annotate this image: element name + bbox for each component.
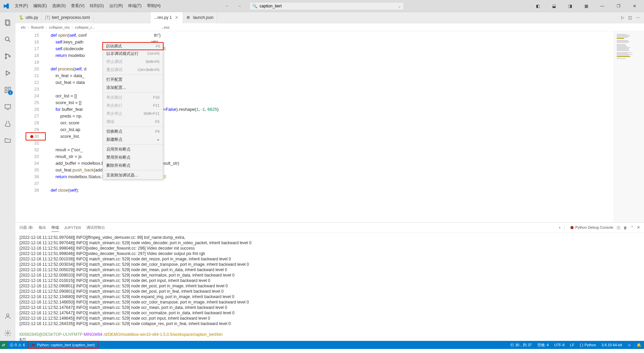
menu-item: 单步执行F11 [103, 101, 163, 109]
trash-icon[interactable]: 🗑 [623, 226, 627, 230]
panel-tab-jupyter[interactable]: JUPYTER [64, 224, 81, 231]
activity-testing-icon[interactable] [0, 116, 15, 131]
window-restore-icon[interactable]: ❐ [612, 0, 625, 12]
breadcrumb-item[interactable]: flowunit [31, 25, 43, 29]
layout-toggle-right-icon[interactable]: ◨ [563, 0, 577, 12]
menu-file[interactable]: 文件(F) [12, 0, 31, 12]
activity-account-icon[interactable] [0, 309, 15, 324]
activity-explorer-icon[interactable] [0, 15, 15, 30]
split-editor-icon[interactable]: ◫ [628, 15, 632, 20]
tabs-actions: ▷ ◫ ⋯ [621, 15, 644, 20]
menu-view[interactable]: 查看(V) [68, 0, 87, 12]
status-cursor[interactable]: 行 30，列 37 [508, 341, 535, 349]
command-center[interactable]: 🔍 ⌄ [249, 2, 404, 10]
close-panel-icon[interactable]: ✕ [637, 225, 640, 230]
activity-settings-icon[interactable] [0, 325, 15, 341]
search-icon: 🔍 [252, 4, 257, 8]
debug-console-selector[interactable]: 🐞 Python Debug Console [570, 225, 613, 230]
layout-toggle-bottom-icon[interactable]: ⬓ [547, 0, 561, 12]
chevron-down-icon[interactable]: ⌄ [398, 4, 401, 8]
menu-item[interactable]: 删除所有断点 [103, 161, 163, 169]
activity-search-icon[interactable] [0, 32, 15, 47]
layout-customize-icon[interactable]: ▦ [579, 0, 593, 12]
minimap[interactable] [614, 31, 644, 222]
code-editor[interactable]: 1516171819202122232425262728293031323334… [15, 31, 644, 222]
activity-scm-icon[interactable] [0, 49, 15, 64]
menu-item[interactable]: 添加配置... [103, 84, 163, 92]
menu-item[interactable]: 启动调试F5 [102, 42, 164, 50]
status-interpreter[interactable]: 3.8.10 64-bit [599, 341, 625, 349]
status-eol[interactable]: LF [567, 341, 577, 349]
status-encoding[interactable]: UTF-8 [551, 341, 567, 349]
status-language[interactable]: { }Python [577, 341, 599, 349]
breadcrumb-item[interactable]: etc [21, 25, 26, 29]
status-spaces[interactable]: 空格: 4 [535, 341, 551, 349]
search-input[interactable] [259, 4, 396, 8]
menu-item[interactable]: 禁用所有断点 [103, 153, 163, 161]
status-problems[interactable]: ⓧ0⚠6 [7, 341, 28, 349]
main: 1 🐍utils.py [T]bert_preprocess.toml ...r… [0, 12, 644, 341]
nav-back-icon[interactable]: ← [224, 3, 230, 9]
terminal-body[interactable]: [2022-12-16 11:12:51.997048][ INFO][ffmp… [15, 233, 644, 341]
python-icon: 🐍 [19, 15, 24, 20]
breadcrumb-item[interactable]: collapse_res [49, 25, 70, 29]
menu-go[interactable]: 转到(G) [87, 0, 106, 12]
editor-tabs: 🐍utils.py [T]bert_preprocess.toml ...res… [15, 12, 644, 23]
menu-item[interactable]: 新建断点▸ [103, 135, 163, 143]
activity-remote-icon[interactable] [0, 99, 15, 115]
maximize-panel-icon[interactable]: ⌃ [631, 225, 634, 230]
svg-point-2 [5, 37, 9, 41]
tab-utils[interactable]: 🐍utils.py [15, 12, 42, 23]
menu-item[interactable]: 安装附加调试器... [103, 171, 163, 179]
activity-debug-icon[interactable] [0, 65, 15, 81]
gutter[interactable]: 1516171819202122232425262728293031323334… [15, 31, 46, 222]
layout-toggle-left-icon[interactable]: ◧ [531, 0, 544, 12]
svg-line-3 [9, 40, 10, 42]
error-icon: ⓧ [10, 343, 13, 348]
panel-tab-problems[interactable]: 问题6 [20, 224, 33, 231]
tab-label: ...res.py 1 [154, 15, 172, 20]
menu-item: 继续F5 [103, 118, 163, 126]
status-debug-config[interactable]: 🐞Python: caption_bert (caption_bert) [28, 341, 98, 349]
status-right: 行 30，列 37 空格: 4 UTF-8 LF { }Python 3.8.1… [508, 341, 644, 349]
menu-help[interactable]: 帮助(H) [144, 0, 164, 12]
tab-launch-json[interactable]: ⚙launch.json [183, 12, 217, 23]
nav-forward-icon[interactable]: → [236, 3, 243, 9]
menu-item[interactable]: 以非调试模式运行Ctrl+F5 [103, 50, 163, 58]
menu-terminal[interactable]: 终端(T) [126, 0, 144, 12]
menu-item[interactable]: 启用所有断点 [103, 145, 163, 153]
more-icon[interactable]: ⋯ [636, 15, 640, 20]
panel-tab-debug-console[interactable]: 调试控制台 [86, 224, 105, 231]
tab-label: bert_preprocess.toml [52, 15, 90, 20]
activity-bar: 1 [0, 12, 15, 341]
split-terminal-icon[interactable]: ◫ [617, 225, 620, 230]
window-close-icon[interactable]: ✕ [628, 0, 641, 12]
run-context-menu: 启动调试F5以非调试模式运行Ctrl+F5停止调试Shift+F5重启调试Ctr… [103, 42, 163, 180]
remote-indicator[interactable]: ⇄ [0, 341, 7, 349]
tab-bert-preprocess[interactable]: [T]bert_preprocess.toml [42, 12, 94, 23]
breadcrumb-item[interactable]: ...ess [160, 25, 169, 29]
warning-icon: ⚠ [18, 343, 22, 347]
menu-item[interactable]: 切换断点F9 [103, 127, 163, 135]
menu-run[interactable]: 运行(R) [107, 0, 126, 12]
close-icon[interactable]: ✕ [174, 15, 179, 20]
menu-edit[interactable]: 编辑(E) [31, 0, 49, 12]
window-minimize-icon[interactable]: — [596, 0, 609, 12]
menu-bar: 文件(F) 编辑(E) 选择(S) 查看(V) 转到(G) 运行(R) 终端(T… [12, 0, 163, 12]
status-feedback-icon[interactable]: ☺ [625, 341, 634, 349]
menu-selection[interactable]: 选择(S) [49, 0, 68, 12]
activity-extensions-icon[interactable]: 1 [0, 82, 15, 98]
panel-tab-output[interactable]: 输出 [39, 224, 46, 231]
menu-item: 重启调试Ctrl+Shift+F5 [103, 66, 163, 74]
status-bell-icon[interactable]: 🔔 [634, 341, 644, 349]
tab-collapse-res[interactable]: ...res.py 1✕ [151, 12, 183, 23]
new-terminal-icon[interactable]: ＋ ┆ [558, 225, 566, 230]
breadcrumb-item[interactable]: collapse_r... [75, 25, 95, 29]
panel-tab-terminal[interactable]: 终端 [51, 224, 59, 232]
activity-folder-icon[interactable] [0, 133, 15, 148]
run-icon[interactable]: ▷ [621, 15, 624, 20]
minimap-content [617, 34, 641, 59]
json-icon: ⚙ [186, 15, 191, 20]
breadcrumb[interactable]: etc› flowunit› collapse_res› collapse_r.… [15, 23, 644, 31]
menu-item[interactable]: 打开配置 [103, 75, 163, 84]
